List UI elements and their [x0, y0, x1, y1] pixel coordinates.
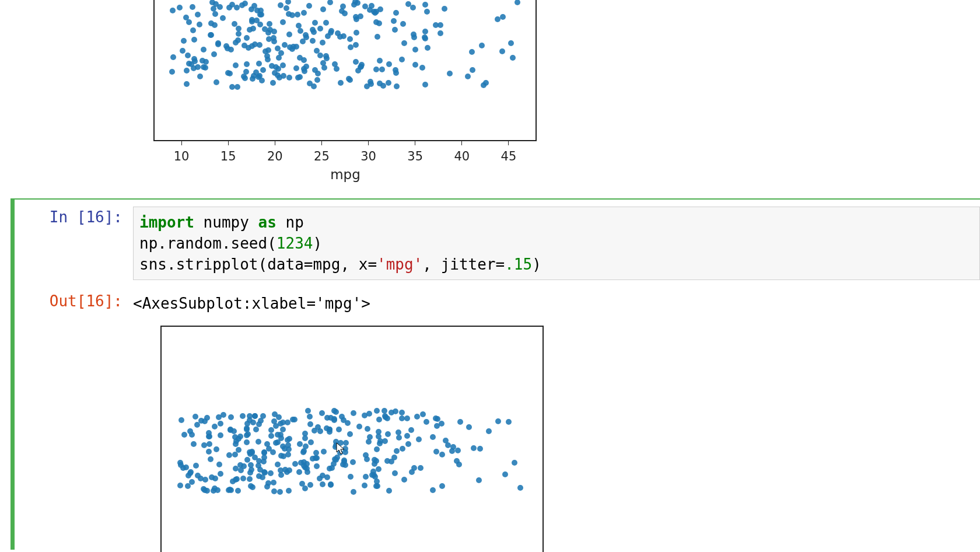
output-chart [144, 326, 528, 552]
chart-xtick: 45 [501, 149, 517, 163]
chart-xtick: 20 [267, 149, 283, 163]
chart-points-top [153, 0, 537, 141]
chart-xtick: 30 [360, 149, 376, 163]
chart-points-bottom [160, 326, 544, 552]
chart-xtick: 40 [454, 149, 470, 163]
chart-xlabel-top: mpg [330, 167, 360, 182]
chart-xtick: 35 [407, 149, 423, 163]
chart-xtick: 10 [174, 149, 190, 163]
chart-xtick: 25 [314, 149, 330, 163]
output-prompt: Out[16]: [10, 291, 133, 312]
text-output: <AxesSubplot:xlabel='mpg'> [133, 291, 980, 314]
input-prompt: In [16]: [10, 207, 133, 228]
code-input[interactable]: import numpy as np np.random.seed(1234) … [133, 207, 980, 280]
notebook-viewport: 1015202530354045 mpg In [16]: import num… [0, 0, 980, 552]
cell-run-indicator [10, 200, 15, 550]
chart-xtick: 15 [220, 149, 236, 163]
notebook-cell[interactable]: In [16]: import numpy as np np.random.se… [10, 198, 980, 552]
prev-output-chart: 1015202530354045 mpg [136, 0, 522, 181]
